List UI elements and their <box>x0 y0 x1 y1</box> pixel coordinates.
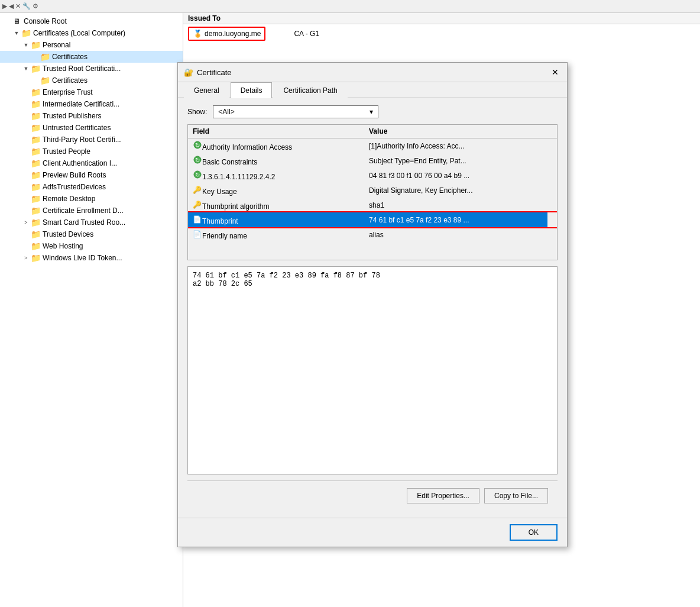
table-row[interactable]: ↻Authority Information Access[1]Authorit… <box>188 138 557 154</box>
expand-icon <box>21 135 31 144</box>
tree-item-web-hosting[interactable]: 📁 Web Hosting <box>0 240 183 252</box>
tree-item-label: Certificate Enrollment D... <box>43 206 124 215</box>
field-cell: 📄Friendly name <box>188 227 364 242</box>
tree-item-label: Certificates <box>52 53 88 61</box>
field-cell: ↻Basic Constraints <box>188 153 364 168</box>
svg-text:↻: ↻ <box>195 172 200 178</box>
folder-icon: 📁 <box>31 135 40 144</box>
tree-item-certs-local[interactable]: ▼ 📁 Certificates (Local Computer) <box>0 27 183 39</box>
computer-icon: 🖥 <box>12 17 21 26</box>
expand-icon <box>21 123 31 133</box>
tree-item-client-auth[interactable]: 📁 Client Authentication I... <box>0 157 183 169</box>
folder-icon: 📁 <box>40 76 50 85</box>
scroll-spacer <box>547 125 557 138</box>
mmc-window: ▶ ◀ ✕ 🔧 ⚙ 🖥 Console Root ▼ 📁 Certificate… <box>0 0 700 607</box>
tree-item-windows-live[interactable]: > 📁 Windows Live ID Token... <box>0 252 183 264</box>
expand-icon <box>21 182 31 192</box>
field-cell: ↻Authority Information Access <box>188 138 364 154</box>
field-cell: 🔑Key Usage <box>188 183 364 198</box>
close-button[interactable]: ✕ <box>549 66 561 78</box>
folder-icon: 📁 <box>31 159 40 168</box>
value-cell: Subject Type=End Entity, Pat... <box>364 153 547 168</box>
tree-item-adfs-trusted[interactable]: 📁 AdfsTrustedDevices <box>0 181 183 193</box>
tree-item-trusted-people[interactable]: 📁 Trusted People <box>0 146 183 157</box>
tree-item-trusted-root-certs[interactable]: 📁 Certificates <box>0 75 183 86</box>
tree-item-enterprise-trust[interactable]: 📁 Enterprise Trust <box>0 86 183 98</box>
tree-item-label: Preview Build Roots <box>43 171 106 179</box>
cert-title-icon: 🔐 <box>184 68 193 77</box>
folder-icon: 📁 <box>31 88 40 97</box>
issued-to-cell[interactable]: 🏅 demo.luoyong.me <box>188 27 265 41</box>
tree-item-untrusted-certs[interactable]: 📁 Untrusted Certificates <box>0 122 183 134</box>
column-headers: Issued To <box>183 13 700 24</box>
ok-button[interactable]: OK <box>510 524 558 541</box>
tree-item-label: Windows Live ID Token... <box>43 254 122 262</box>
tree-item-preview-build[interactable]: 📁 Preview Build Roots <box>0 169 183 181</box>
tabs-bar: General Details Certification Path <box>178 82 567 98</box>
ca-g1-label: CA - G1 <box>294 30 319 38</box>
table-row[interactable]: 📄Friendly namealias <box>188 227 557 242</box>
col-value-header: Value <box>364 125 547 138</box>
tree-item-label: Intermediate Certificati... <box>43 100 119 108</box>
expand-icon <box>31 52 40 62</box>
cert-icon: 🏅 <box>193 29 202 38</box>
value-textarea: 74 61 bf c1 e5 7a f2 23 e3 89 fa f8 87 b… <box>187 266 558 474</box>
tree-item-trusted-root[interactable]: ▼ 📁 Trusted Root Certificati... <box>0 63 183 75</box>
folder-icon: 📁 <box>31 111 40 121</box>
tree-item-personal-certs[interactable]: 📁 Certificates <box>0 51 183 63</box>
show-dropdown-value: <All> <box>218 108 234 116</box>
svg-text:📄: 📄 <box>193 230 202 238</box>
tree-item-console-root[interactable]: 🖥 Console Root <box>0 15 183 27</box>
tab-general[interactable]: General <box>184 82 229 98</box>
value-cell: alias <box>364 227 547 242</box>
cert-row[interactable]: 🏅 demo.luoyong.me CA - G1 <box>183 24 700 43</box>
folder-icon: 📁 <box>31 64 40 73</box>
tree-item-label: Personal <box>43 41 70 49</box>
dropdown-arrow-icon: ▾ <box>370 108 373 116</box>
svg-text:↻: ↻ <box>195 157 200 163</box>
tree-item-label: AdfsTrustedDevices <box>43 183 106 191</box>
tree-item-cert-enrollment[interactable]: 📁 Certificate Enrollment D... <box>0 205 183 217</box>
show-dropdown[interactable]: <All> ▾ <box>213 105 378 118</box>
edit-properties-button[interactable]: Edit Properties... <box>407 488 479 503</box>
certificate-dialog: 🔐 Certificate ✕ General Details Certific… <box>177 62 568 547</box>
toolbar-icons: ▶ ◀ ✕ 🔧 ⚙ <box>2 2 38 10</box>
tree-item-label: Client Authentication I... <box>43 159 117 167</box>
folder-icon: 📁 <box>31 241 40 251</box>
dialog-content: Show: <All> ▾ Field Value <box>178 98 567 518</box>
table-row[interactable]: ↻1.3.6.1.4.1.11129.2.4.204 81 f3 00 f1 0… <box>188 168 557 183</box>
tree-item-trusted-publishers[interactable]: 📁 Trusted Publishers <box>0 110 183 122</box>
table-row[interactable]: 🔑Key UsageDigital Signature, Key Enciphe… <box>188 183 557 198</box>
tree-item-label: Untrusted Certificates <box>43 124 111 132</box>
svg-text:↻: ↻ <box>195 142 200 148</box>
tree-item-label: Trusted Devices <box>43 230 93 238</box>
expand-icon <box>21 147 31 156</box>
tree-item-trusted-devices[interactable]: 📁 Trusted Devices <box>0 228 183 240</box>
tree-item-smart-card[interactable]: > 📁 Smart Card Trusted Roo... <box>0 217 183 228</box>
value-cell: Digital Signature, Key Encipher... <box>364 183 547 198</box>
dialog-titlebar: 🔐 Certificate ✕ <box>178 63 567 82</box>
tree-item-intermediate[interactable]: 📁 Intermediate Certificati... <box>0 98 183 110</box>
table-row[interactable]: 🔑Thumbprint algorithmsha1 <box>188 198 557 212</box>
tab-certification-path[interactable]: Certification Path <box>273 82 347 98</box>
field-cell: 🔑Thumbprint algorithm <box>188 198 364 212</box>
copy-to-file-button[interactable]: Copy to File... <box>484 488 548 503</box>
expand-icon: ▼ <box>12 28 21 38</box>
tree-item-personal[interactable]: ▼ 📁 Personal <box>0 39 183 51</box>
dialog-ok-row: OK <box>178 518 567 547</box>
folder-icon: 📁 <box>31 182 40 192</box>
issued-to-value: demo.luoyong.me <box>205 30 261 38</box>
table-row[interactable]: 📄Thumbprint74 61 bf c1 e5 7a f2 23 e3 89… <box>188 212 557 227</box>
expand-icon <box>31 76 40 85</box>
tab-details[interactable]: Details <box>231 82 273 98</box>
tree-item-remote-desktop[interactable]: 📁 Remote Desktop <box>0 193 183 205</box>
value-cell: sha1 <box>364 198 547 212</box>
expand-icon <box>21 241 31 251</box>
tree-item-third-party[interactable]: 📁 Third-Party Root Certifi... <box>0 134 183 146</box>
expand-icon: > <box>21 218 31 227</box>
folder-icon: 📁 <box>31 147 40 156</box>
table-row[interactable]: ↻Basic ConstraintsSubject Type=End Entit… <box>188 153 557 168</box>
svg-text:🔑: 🔑 <box>193 185 202 194</box>
field-cell: 📄Thumbprint <box>188 212 364 227</box>
show-row: Show: <All> ▾ <box>187 105 558 118</box>
